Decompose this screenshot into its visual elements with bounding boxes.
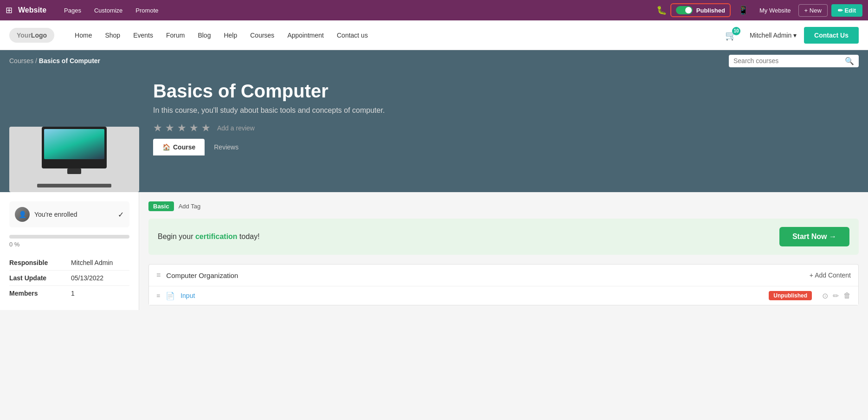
brand-label: Website (18, 6, 46, 14)
published-toggle[interactable]: Published (670, 3, 731, 17)
star-5: ★ (201, 122, 211, 134)
course-hero: Basics of Computer In this course, you'l… (0, 71, 868, 192)
course-sidebar: 👤 You're enrolled ✓ 0 % Responsible Mitc… (0, 192, 139, 310)
tab-course[interactable]: 🏠 Course (153, 139, 205, 155)
bug-icon[interactable]: 🐛 (656, 5, 667, 15)
content-actions: ⊙ ✏ 🗑 (822, 291, 851, 300)
nav-courses[interactable]: Courses (244, 20, 281, 50)
start-now-button[interactable]: Start Now → (779, 227, 849, 246)
progress-bar-background (9, 235, 129, 239)
content-drag-icon[interactable]: ≡ (156, 292, 160, 299)
home-tab-icon: 🏠 (162, 143, 170, 151)
cert-text-bold: certification (195, 233, 238, 240)
admin-nav-pages[interactable]: Pages (59, 7, 86, 14)
section-item-computer-org: ≡ Computer Organization + Add Content ≡ … (148, 264, 859, 305)
tab-reviews[interactable]: Reviews (205, 139, 248, 155)
course-info: Basics of Computer In this course, you'l… (153, 81, 859, 192)
nav-contact-us[interactable]: Contact us (330, 20, 374, 50)
certification-banner: Begin your certification today! Start No… (148, 219, 859, 255)
tab-reviews-label: Reviews (214, 143, 238, 151)
unpublished-badge: Unpublished (769, 291, 812, 300)
enrolled-box: 👤 You're enrolled ✓ (9, 201, 129, 227)
admin-nav-customize[interactable]: Customize (90, 7, 127, 14)
toggle-switch[interactable] (676, 6, 693, 14)
star-4: ★ (189, 122, 199, 134)
course-tabs: 🏠 Course Reviews (153, 139, 859, 155)
course-description: In this course, you'll study about basic… (153, 106, 859, 115)
nav-events[interactable]: Events (127, 20, 160, 50)
mobile-icon[interactable]: 📱 (734, 5, 752, 15)
logo-area: YourLogo (9, 28, 54, 43)
file-icon: 📄 (166, 291, 175, 300)
breadcrumb: Courses / Basics of Computer (9, 57, 729, 65)
members-label: Members (9, 286, 71, 301)
nav-blog[interactable]: Blog (191, 20, 217, 50)
site-nav: Home Shop Events Forum Blog Help Courses… (68, 20, 720, 50)
content-row-input: ≡ 📄 Input Unpublished ⊙ ✏ 🗑 (149, 286, 858, 305)
last-update-row: Last Update 05/13/2022 (9, 271, 129, 286)
members-value: 1 (71, 286, 129, 301)
course-meta-table: Responsible Mitchell Admin Last Update 0… (9, 255, 129, 301)
site-logo: YourLogo (9, 28, 54, 43)
responsible-row: Responsible Mitchell Admin (9, 255, 129, 271)
nav-home[interactable]: Home (68, 20, 98, 50)
published-label: Published (696, 7, 725, 14)
cart-area[interactable]: 🛒 10 (725, 30, 737, 41)
user-label: Mitchell Admin (750, 32, 791, 39)
stars-area: ★ ★ ★ ★ ★ Add a review (153, 122, 859, 134)
course-thumbnail (9, 127, 139, 192)
tags-row: Basic Add Tag (148, 201, 859, 211)
responsible-value: Mitchell Admin (71, 255, 129, 271)
my-website-button[interactable]: My Website (756, 7, 795, 14)
new-button[interactable]: + New (798, 4, 828, 17)
add-review-link[interactable]: Add a review (217, 124, 255, 132)
progress-percent: 0 % (9, 241, 19, 248)
delete-content-icon[interactable]: 🗑 (843, 291, 851, 300)
nav-help[interactable]: Help (217, 20, 244, 50)
site-header: YourLogo Home Shop Events Forum Blog Hel… (0, 20, 868, 50)
responsible-label: Responsible (9, 255, 71, 271)
breadcrumb-parent[interactable]: Courses (9, 57, 33, 65)
progress-area: 0 % (9, 235, 129, 248)
edit-content-icon[interactable]: ✏ (833, 291, 839, 300)
course-content-panel: Basic Add Tag Begin your certification t… (139, 192, 868, 317)
admin-bar: ⊞ Website Pages Customize Promote 🐛 Publ… (0, 0, 868, 20)
admin-nav-promote[interactable]: Promote (131, 7, 163, 14)
avatar: 👤 (15, 207, 30, 222)
grid-icon: ⊞ (6, 5, 13, 15)
star-3: ★ (177, 122, 186, 134)
monitor-graphic (42, 127, 107, 168)
tab-course-label: Course (173, 143, 195, 151)
add-content-button[interactable]: + Add Content (810, 271, 851, 279)
add-tag-button[interactable]: Add Tag (179, 203, 200, 210)
check-icon: ✓ (118, 210, 124, 219)
tag-basic[interactable]: Basic (148, 201, 174, 211)
desk-illustration (9, 127, 139, 192)
nav-shop[interactable]: Shop (98, 20, 127, 50)
last-update-value: 05/13/2022 (71, 271, 129, 286)
contact-us-button[interactable]: Contact Us (804, 27, 859, 44)
search-icon[interactable]: 🔍 (845, 57, 854, 65)
main-content: 👤 You're enrolled ✓ 0 % Responsible Mitc… (0, 192, 868, 317)
star-1: ★ (153, 122, 162, 134)
enrolled-text: You're enrolled (34, 211, 113, 218)
search-box[interactable]: 🔍 (729, 55, 859, 67)
drag-handle-icon[interactable]: ≡ (156, 271, 161, 279)
cert-text-2: today! (238, 233, 260, 240)
search-input[interactable] (733, 57, 845, 65)
radio-icon[interactable]: ⊙ (822, 291, 828, 300)
logo-text: Your (17, 32, 31, 39)
star-2: ★ (165, 122, 174, 134)
course-title: Basics of Computer (153, 81, 859, 102)
cert-text-1: Begin your (158, 233, 195, 240)
edit-button[interactable]: ✏ Edit (831, 4, 862, 17)
cart-badge: 10 (732, 27, 740, 35)
section-title: Computer Organization (166, 271, 804, 279)
cert-text: Begin your certification today! (158, 233, 779, 241)
course-header-bar: Courses / Basics of Computer 🔍 (0, 50, 868, 71)
nav-appointment[interactable]: Appointment (281, 20, 330, 50)
members-row: Members 1 (9, 286, 129, 301)
user-menu[interactable]: Mitchell Admin ▾ (750, 32, 797, 39)
content-title-input[interactable]: Input (180, 292, 763, 299)
nav-forum[interactable]: Forum (160, 20, 191, 50)
